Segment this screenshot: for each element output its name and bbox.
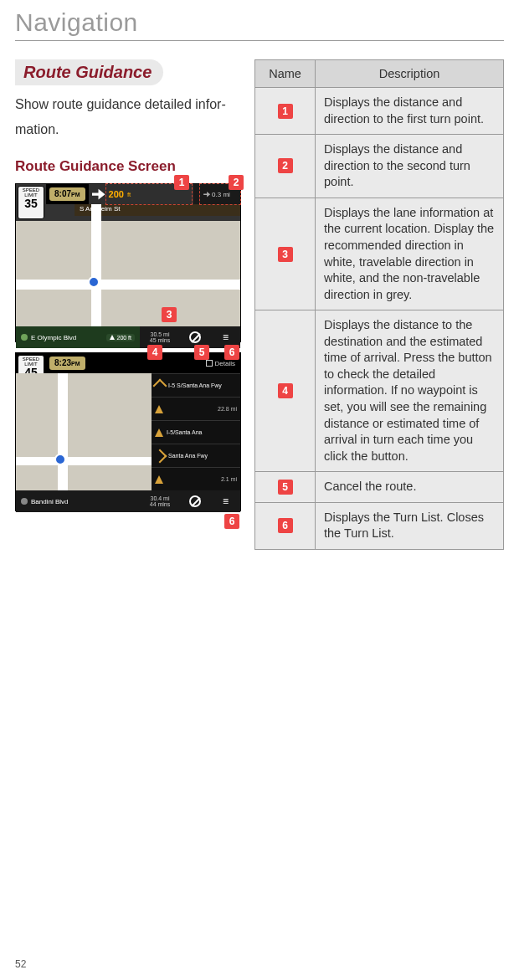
marker-3: 3 xyxy=(162,307,177,322)
turn-list-text: I-5 S/Santa Ana Fwy xyxy=(168,382,222,389)
marker-1: 1 xyxy=(174,175,189,190)
description-table: Name Description 1 Displays the distance… xyxy=(254,59,504,550)
turn-list-row: 22.8 mi xyxy=(152,397,240,420)
turn-list-row: 2.1 mi xyxy=(152,467,240,490)
speed-limit-value: 35 xyxy=(18,198,44,209)
marker-5: 5 xyxy=(194,345,209,360)
table-row: 2 Displays the distance and direction to… xyxy=(255,135,504,198)
location-dot-icon xyxy=(21,498,28,505)
bottom-street-bar: E Olympic Blvd 200 ft xyxy=(16,326,140,348)
marker-1: 1 xyxy=(278,104,293,119)
turn-right-icon xyxy=(92,187,105,201)
location-dot-icon xyxy=(21,334,28,341)
cancel-icon xyxy=(189,331,201,343)
turn-list-miles: 22.8 mi xyxy=(218,406,237,412)
table-desc-4: Displays the distance to the destination… xyxy=(316,310,504,472)
clock: 8:07PM xyxy=(49,187,85,201)
marker-2: 2 xyxy=(229,175,244,190)
page-title: Navigation xyxy=(15,8,504,41)
table-row: 6 Displays the Turn List. Closes the Tur… xyxy=(255,502,504,549)
marker-4: 4 xyxy=(147,345,162,360)
road-horizontal xyxy=(16,280,240,290)
table-head-description: Description xyxy=(316,60,504,88)
lane-distance: 200 ft xyxy=(116,335,131,341)
road-vertical xyxy=(58,373,68,490)
turn-list-row: I-5/Santa Ana xyxy=(152,420,240,444)
table-row: 1 Displays the distance and direction to… xyxy=(255,88,504,135)
intro-text: Show route guidance detailed infor­matio… xyxy=(15,92,241,141)
up-arrow-icon xyxy=(110,335,115,340)
clock: 8:23PM xyxy=(49,357,85,370)
marker-4: 4 xyxy=(278,383,293,398)
eta-time: 45 mins xyxy=(150,337,171,344)
screenshot-1-wrap: SPEED LIMIT 35 8:07PM 200 xyxy=(15,183,241,342)
turn-list-panel: I-5 S/Santa Ana Fwy 22.8 mi I-5/Santa An… xyxy=(152,373,240,490)
eta-distance: 30.4 mi xyxy=(151,495,170,502)
table-row: 4 Displays the distance to the destinati… xyxy=(255,310,504,472)
table-desc-1: Displays the distance and direction to t… xyxy=(316,88,504,135)
up-arrow-icon xyxy=(155,405,163,413)
turn-list-text: I-5/Santa Ana xyxy=(167,429,202,436)
table-row: 3 Displays the lane informa­tion at the … xyxy=(255,198,504,310)
screenshot-1: SPEED LIMIT 35 8:07PM 200 xyxy=(15,183,241,342)
marker-2: 2 xyxy=(278,158,293,173)
speed-limit-sign: SPEED LIMIT 35 xyxy=(18,186,44,219)
road-horizontal xyxy=(16,457,152,465)
map-area xyxy=(16,221,240,326)
marker-6: 6 xyxy=(278,518,293,533)
section-box-title: Route Guidance xyxy=(15,59,163,85)
table-desc-6: Displays the Turn List. Closes the Turn … xyxy=(316,502,504,549)
marker-6: 6 xyxy=(224,514,239,529)
table-row: 5 Cancel the route. xyxy=(255,472,504,503)
screenshot-2: SPEED LIMIT 45 8:23PM Details xyxy=(15,352,241,511)
merge-left-icon xyxy=(153,378,167,393)
turn-list-miles: 2.1 mi xyxy=(221,476,237,482)
clock-ampm: PM xyxy=(71,361,80,367)
marker-3: 3 xyxy=(278,247,293,262)
page-number: 52 xyxy=(15,958,26,970)
turn-list-text: Santa Ana Fwy xyxy=(168,453,208,459)
lane-info-box: 200 ft xyxy=(106,334,135,341)
map-area xyxy=(16,373,152,490)
table-desc-5: Cancel the route. xyxy=(316,472,504,503)
marker-5: 5 xyxy=(278,480,293,495)
clock-time: 8:23 xyxy=(54,358,71,367)
bottom-street-bar: Bandini Blvd xyxy=(16,490,140,512)
turn-list-row: I-5 S/Santa Ana Fwy xyxy=(152,373,240,397)
turn-list-button[interactable]: ≡ xyxy=(210,490,240,512)
bottom-street-name: Bandini Blvd xyxy=(31,498,68,505)
table-head-name: Name xyxy=(255,60,316,88)
sub-title: Route Guidance Screen xyxy=(15,158,241,175)
up-arrow-icon xyxy=(155,428,163,437)
table-desc-2: Displays the distance and direction to t… xyxy=(316,135,504,198)
eta-time: 44 mins xyxy=(150,501,171,508)
screenshot-2-wrap: SPEED LIMIT 45 8:23PM Details xyxy=(15,352,241,511)
menu-icon: ≡ xyxy=(223,495,228,507)
up-arrow-icon xyxy=(155,475,163,484)
cancel-icon xyxy=(189,495,201,507)
eta-box: 30.4 mi 44 mins xyxy=(140,490,180,512)
square-icon xyxy=(206,360,213,367)
bottom-street-name: E Olympic Blvd xyxy=(31,334,76,341)
table-desc-3: Displays the lane informa­tion at the cu… xyxy=(316,198,504,310)
eta-distance: 30.5 mi xyxy=(151,331,170,338)
cancel-route-button[interactable] xyxy=(180,490,210,512)
merge-right-icon xyxy=(153,449,167,463)
clock-ampm: PM xyxy=(71,192,80,198)
menu-icon: ≡ xyxy=(223,331,228,343)
road-vertical xyxy=(91,204,101,326)
marker-6: 6 xyxy=(224,345,239,360)
clock-time: 8:07 xyxy=(54,189,71,198)
turn-list-row: Santa Ana Fwy xyxy=(152,444,240,467)
details-label: Details xyxy=(215,360,235,367)
